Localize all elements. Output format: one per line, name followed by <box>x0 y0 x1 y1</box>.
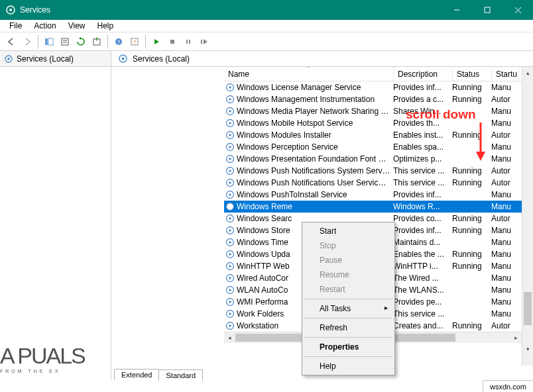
service-startup: Autor <box>491 166 518 175</box>
service-description: Maintains d... <box>393 238 452 247</box>
service-status: Running <box>452 226 491 235</box>
properties-toolbar-button[interactable] <box>58 34 72 49</box>
left-pane: Services (Local) <box>0 51 111 380</box>
refresh-button[interactable] <box>74 34 88 49</box>
content-area: Services (Local) Services (Local) Nameˆ … <box>0 51 533 380</box>
svg-point-59 <box>229 289 231 291</box>
svg-point-47 <box>229 217 231 220</box>
service-description: This service ... <box>393 178 452 187</box>
left-pane-header[interactable]: Services (Local) <box>0 51 111 67</box>
service-status: Running <box>452 178 491 187</box>
tab-standard[interactable]: Standard <box>158 369 203 381</box>
show-hide-tree-button[interactable] <box>42 34 56 49</box>
menu-action[interactable]: Action <box>29 21 61 30</box>
table-row[interactable]: Windows License Manager ServiceProvides … <box>224 81 522 93</box>
menu-view[interactable]: View <box>63 21 91 30</box>
svg-point-53 <box>229 253 231 256</box>
svg-point-31 <box>229 122 231 124</box>
service-status: Running <box>452 95 491 104</box>
service-description: Provides a c... <box>393 95 452 104</box>
table-row[interactable]: Windows Management InstrumentationProvid… <box>224 93 522 105</box>
table-row[interactable]: Windows Push Notifications System Servic… <box>224 165 522 177</box>
service-status: Running <box>452 250 491 259</box>
table-row[interactable]: Windows RemeWindows R...Manu <box>224 201 522 213</box>
column-header-description[interactable]: Description <box>394 67 453 81</box>
service-description: WinHTTP i... <box>393 262 452 271</box>
svg-point-61 <box>229 301 231 303</box>
service-startup: Manu <box>491 202 518 211</box>
table-row[interactable]: Windows PushToInstall ServiceProvides in… <box>224 189 522 201</box>
help-toolbar-button[interactable]: ? <box>111 34 126 49</box>
table-row[interactable]: Windows Push Notifications User Service_… <box>224 177 522 189</box>
menu-separator <box>304 318 392 318</box>
scroll-up-button[interactable]: ▴ <box>522 67 533 78</box>
watermark-brand: A PUALS <box>0 343 85 368</box>
title-bar: Services <box>0 0 533 20</box>
column-header-startup[interactable]: Startu <box>492 67 519 81</box>
service-startup: Manu <box>491 154 518 164</box>
svg-point-55 <box>229 265 231 268</box>
back-button[interactable] <box>4 34 19 49</box>
close-button[interactable] <box>503 0 533 20</box>
forward-button[interactable] <box>20 34 34 49</box>
stop-service-button[interactable] <box>165 34 180 49</box>
context-menu-help[interactable]: Help <box>304 359 393 373</box>
scroll-down-button[interactable]: ▾ <box>522 343 533 354</box>
minimize-button[interactable] <box>442 0 472 20</box>
column-header-name[interactable]: Nameˆ <box>224 67 394 81</box>
service-startup: Manu <box>491 83 518 92</box>
restart-service-button[interactable] <box>197 34 211 49</box>
help-toolbar-button-2[interactable]: ? <box>127 34 142 49</box>
service-description: Provides inf... <box>393 83 452 92</box>
service-startup: Manu <box>491 226 518 235</box>
context-menu-restart: Restart <box>304 282 393 297</box>
sort-indicator-icon: ˆ <box>308 67 310 72</box>
service-startup: Manu <box>491 309 518 318</box>
maximize-button[interactable] <box>472 0 503 20</box>
menu-help[interactable]: Help <box>92 21 119 30</box>
service-startup: Autor <box>491 95 518 104</box>
context-menu-start[interactable]: Start <box>304 224 393 238</box>
start-service-button[interactable] <box>149 34 164 49</box>
submenu-arrow-icon: ▸ <box>385 304 388 311</box>
service-startup: Manu <box>491 285 518 295</box>
scroll-right-button[interactable]: ▸ <box>510 332 522 343</box>
context-menu-pause: Pause <box>304 253 393 268</box>
service-name: Windows Perception Service <box>237 142 393 152</box>
svg-point-49 <box>229 229 231 232</box>
context-menu-all-tasks[interactable]: All Tasks▸ <box>304 301 393 316</box>
service-description: Optimizes p... <box>393 154 452 164</box>
service-status: Running <box>452 321 491 330</box>
service-description: Windows R... <box>393 202 452 211</box>
service-startup: Autor <box>491 178 518 187</box>
svg-rect-6 <box>45 38 48 45</box>
left-pane-title: Services (Local) <box>17 54 74 64</box>
service-description: This service ... <box>393 166 452 175</box>
annotation-text-scroll: scroll down <box>406 107 476 122</box>
vertical-scrollbar[interactable]: ▴ ▾ <box>522 67 533 366</box>
svg-point-43 <box>229 193 231 196</box>
service-description: Enables inst... <box>393 130 452 140</box>
export-button[interactable] <box>89 34 104 49</box>
service-description: Enables the ... <box>393 250 452 259</box>
context-menu-properties[interactable]: Properties <box>304 340 393 354</box>
menu-file[interactable]: File <box>4 21 27 30</box>
scroll-left-button[interactable]: ◂ <box>224 332 235 343</box>
service-startup: Manu <box>491 262 518 271</box>
svg-point-25 <box>229 86 231 89</box>
service-description: Provides pe... <box>393 297 452 307</box>
pause-service-button[interactable] <box>181 34 196 49</box>
svg-rect-3 <box>485 7 490 13</box>
column-header-status[interactable]: Status <box>453 67 492 81</box>
service-description: The WLANS... <box>393 285 452 295</box>
toolbar-separator <box>145 35 146 48</box>
status-text: wsxdn.com <box>490 383 526 391</box>
service-name: Windows Presentation Foundation Font Ca.… <box>237 154 393 164</box>
tab-extended[interactable]: Extended <box>114 369 159 380</box>
context-menu-refresh[interactable]: Refresh <box>304 320 393 335</box>
service-status: Running <box>452 262 491 271</box>
svg-text:?: ? <box>133 39 137 45</box>
services-tree-icon <box>4 54 13 64</box>
status-bar: wsxdn.com <box>483 380 533 392</box>
table-row[interactable]: Windows Media Player Network Sharing Se.… <box>224 105 522 117</box>
